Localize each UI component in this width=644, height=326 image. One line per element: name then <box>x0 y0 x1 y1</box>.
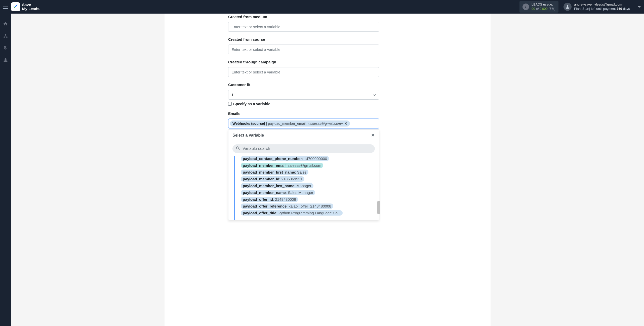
dollar-icon[interactable]: $ <box>3 45 8 50</box>
variable-value: : kajabi_offer_2148480008 <box>287 204 331 208</box>
usage-box[interactable]: i LEADS usage: 90 of 2'000 (5%) <box>519 1 558 13</box>
variable-pill[interactable]: payload_member_id: 2185369521 <box>241 176 304 182</box>
variable-value: : salesss@gmail.com <box>286 163 321 168</box>
created-from-source-input[interactable] <box>228 45 379 54</box>
home-icon[interactable] <box>3 21 8 26</box>
field-created-through-campaign: Created through campaign <box>228 60 379 77</box>
variable-item[interactable]: payload_member_last_name: Manager <box>241 183 375 188</box>
variable-item[interactable]: payload_contact_phone_number: 1470000000… <box>241 156 375 161</box>
variable-name: payload_offer_title <box>243 211 276 215</box>
field-label: Customer fit <box>228 83 379 87</box>
dropdown-title: Select a variable <box>232 133 264 138</box>
variable-name: payload_offer_reference <box>243 204 287 208</box>
field-label: Emails <box>228 111 379 116</box>
specify-variable-row[interactable]: Specify as a variable <box>228 102 379 106</box>
header-right: i LEADS usage: 90 of 2'000 (5%) andrewsa… <box>519 1 641 13</box>
variable-pill[interactable]: payload_member_first_name: Sales <box>241 170 308 175</box>
chevron-down-icon <box>373 93 376 97</box>
variable-value: : 2148480008 <box>273 197 296 201</box>
field-created-from-medium: Created from medium <box>228 15 379 32</box>
svg-rect-2 <box>4 37 5 38</box>
checkbox-label: Specify as a variable <box>233 102 270 106</box>
variable-value: : Python Programming Language Co... <box>276 211 341 215</box>
variable-value: : 14700000000 <box>302 156 327 161</box>
scrollbar-thumb[interactable] <box>377 201 380 214</box>
svg-point-0 <box>567 5 569 7</box>
header-left: Save My Leads. <box>3 2 41 11</box>
variable-name: payload_offer_id <box>243 197 273 201</box>
main-area: Created from medium Created from source … <box>11 14 644 326</box>
variable-name: payload_member_id <box>243 177 279 181</box>
tag-remove-icon[interactable]: ✕ <box>344 121 347 126</box>
variable-item[interactable]: payload_member_name: Sales Manager <box>241 190 375 195</box>
variable-item[interactable]: payload_offer_title: Python Programming … <box>241 210 375 216</box>
close-icon[interactable]: ✕ <box>371 133 375 138</box>
variable-name: payload_member_first_name <box>243 170 295 174</box>
variable-pill[interactable]: payload_offer_title: Python Programming … <box>241 210 343 216</box>
variable-item[interactable]: payload_member_first_name: Sales <box>241 170 375 175</box>
field-label: Created from medium <box>228 15 379 19</box>
form-area: Created from medium Created from source … <box>228 14 379 128</box>
field-label: Created through campaign <box>228 60 379 64</box>
variable-value: : 2185369521 <box>279 177 302 181</box>
logo[interactable]: Save My Leads. <box>11 2 41 11</box>
variable-name: payload_member_email <box>243 163 286 168</box>
svg-point-5 <box>5 58 7 60</box>
variable-name: payload_member_name <box>243 190 286 195</box>
search-icon <box>236 146 240 151</box>
logo-text: Save My Leads. <box>22 3 41 11</box>
app-header: Save My Leads. i LEADS usage: 90 of 2'00… <box>0 0 644 14</box>
svg-rect-1 <box>5 34 6 35</box>
variable-search-input[interactable] <box>232 144 375 153</box>
variable-tag[interactable]: Webhooks (source) | payload_member_email… <box>230 120 350 127</box>
usage-text: LEADS usage: 90 of 2'000 (5%) <box>532 3 555 11</box>
user-avatar-icon <box>564 3 572 11</box>
sitemap-icon[interactable] <box>3 33 8 38</box>
svg-text:$: $ <box>4 45 7 50</box>
variable-pill[interactable]: payload_contact_phone_number: 1470000000… <box>241 156 329 161</box>
variable-pill[interactable]: payload_offer_id: 2148480008 <box>241 197 298 202</box>
svg-rect-3 <box>6 37 8 38</box>
variable-pill[interactable]: payload_member_name: Sales Manager <box>241 190 315 195</box>
field-customer-fit: Customer fit 1 Specify as a variable <box>228 83 379 106</box>
logo-badge <box>11 2 20 11</box>
variable-name: payload_contact_phone_number <box>243 156 302 161</box>
variable-pill[interactable]: payload_offer_reference: kajabi_offer_21… <box>241 203 333 209</box>
field-emails: Emails Webhooks (source) | payload_membe… <box>228 111 379 128</box>
variable-value: : Sales <box>295 170 307 174</box>
user-icon[interactable] <box>3 57 8 62</box>
variable-dropdown: Select a variable ✕ <box>228 129 379 220</box>
dropdown-header: Select a variable ✕ <box>228 130 379 141</box>
user-menu[interactable]: andrewsavemyleads@gmail.com Plan |Start|… <box>564 3 641 11</box>
variable-item[interactable]: payload_offer_id: 2148480008 <box>241 197 375 202</box>
chevron-down-icon[interactable] <box>637 5 641 9</box>
field-created-from-source: Created from source <box>228 37 379 54</box>
emails-input[interactable]: Webhooks (source) | payload_member_email… <box>228 119 379 128</box>
variable-item[interactable]: payload_member_id: 2185369521 <box>241 176 375 182</box>
specify-variable-checkbox[interactable] <box>228 102 232 106</box>
content-panel: Created from medium Created from source … <box>165 14 491 326</box>
svg-point-6 <box>236 147 239 149</box>
user-info: andrewsavemyleads@gmail.com Plan |Start|… <box>574 3 630 11</box>
main-layout: $ Created from medium Created from sourc… <box>0 14 644 326</box>
variable-list: payload_contact_phone_number: 1470000000… <box>234 156 379 220</box>
created-from-medium-input[interactable] <box>228 22 379 32</box>
select-value: 1 <box>231 93 233 97</box>
variable-pill[interactable]: payload_member_last_name: Manager <box>241 183 313 188</box>
dropdown-search-wrap <box>228 141 379 156</box>
info-icon: i <box>522 4 529 10</box>
hamburger-menu-icon[interactable] <box>3 5 8 9</box>
customer-fit-select[interactable]: 1 <box>228 90 379 100</box>
variable-item[interactable]: payload_member_email: salesss@gmail.com <box>241 163 375 168</box>
sidebar: $ <box>0 14 11 326</box>
field-label: Created from source <box>228 37 379 42</box>
variable-pill[interactable]: payload_member_email: salesss@gmail.com <box>241 163 323 168</box>
variable-value: : Manager <box>294 184 311 188</box>
variable-name: payload_member_last_name <box>243 184 294 188</box>
created-through-campaign-input[interactable] <box>228 67 379 77</box>
variable-item[interactable]: payload_offer_reference: kajabi_offer_21… <box>241 203 375 209</box>
variable-value: : Sales Manager <box>286 190 313 195</box>
